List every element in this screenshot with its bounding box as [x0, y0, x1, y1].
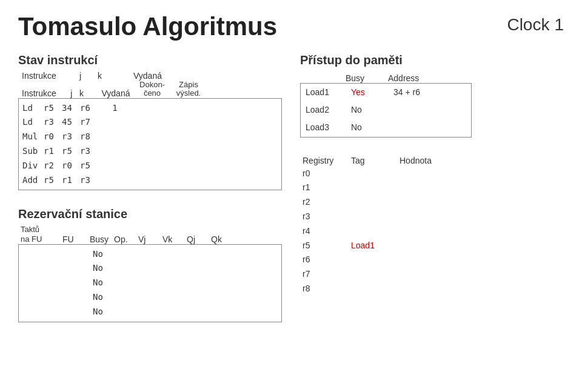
- instrukce-row: Ld r5 34 r6 1: [22, 101, 278, 116]
- pristup-label: Load1: [306, 85, 351, 100]
- rezerv-h-qj: Qj: [187, 234, 211, 244]
- reg-name: r8: [303, 282, 351, 296]
- reg-tag: Load1: [351, 239, 400, 253]
- reg-name: r6: [303, 253, 351, 267]
- instrukce-row: Ld r3 45 r7: [22, 115, 278, 130]
- rezerv-row: No: [24, 290, 276, 305]
- registry-row: r5 Load1: [300, 239, 564, 253]
- registry-row: r2: [300, 195, 564, 210]
- reg-tag: [351, 210, 400, 224]
- reg-tag: [351, 181, 400, 195]
- instr-header-vydana: Vydaná: [98, 88, 134, 98]
- instr-k: r0: [62, 159, 80, 173]
- instr-j: r1: [44, 144, 62, 159]
- stav-title: Stav instrukcí: [18, 53, 282, 67]
- instrukce-row: Mul r0 r3 r8: [22, 130, 278, 144]
- instr-l: r3: [80, 144, 98, 159]
- rezerv-fu-header: FU: [62, 234, 90, 244]
- instr-op: Ld: [22, 115, 44, 130]
- rezerv-h-op: Op.: [114, 234, 138, 244]
- instr-k: 45: [62, 115, 80, 130]
- pristup-row: Load3 No: [301, 119, 471, 136]
- rezerv-row: No: [24, 261, 276, 276]
- instr-k: r5: [62, 144, 80, 159]
- registry-row: r4: [300, 224, 564, 239]
- instr-l: r6: [80, 101, 98, 116]
- main-layout: Stav instrukcí Instrukce j k Vydaná Inst…: [18, 53, 564, 322]
- instr-k: 34: [62, 101, 80, 116]
- registry-box: r0 r1 r2 r3 r4 r5 Load1 r6 r7 r8: [300, 167, 564, 296]
- pristup-busy: No: [351, 120, 393, 135]
- registry-row: r3: [300, 210, 564, 224]
- instrukce-row: Sub r1 r5 r3: [22, 144, 278, 159]
- reg-h-hodnota: Hodnota: [400, 156, 460, 165]
- instr-l: r8: [80, 130, 98, 144]
- instr-j: r5: [44, 101, 62, 116]
- instr-h-j: j: [79, 71, 98, 81]
- top-bar: Tomasulo Algoritmus Clock 1: [18, 12, 564, 47]
- instr-header-zapis: Zápisvýsled.: [170, 81, 207, 98]
- registry-row: r6: [300, 253, 564, 267]
- instrukce-row: Add r5 r1 r3: [22, 173, 278, 188]
- clock-area: Clock 1: [507, 15, 564, 35]
- rezerv-title: Rezervační stanice: [18, 207, 282, 221]
- reg-name: r7: [303, 267, 351, 282]
- instr-h-vydana: Vydaná: [131, 71, 164, 81]
- instr-k: r3: [62, 130, 80, 144]
- instr-j: r3: [44, 115, 62, 130]
- instr-j: r5: [44, 173, 62, 188]
- instr-l: r5: [80, 159, 98, 173]
- reg-name: r0: [303, 167, 351, 181]
- pristup-title: Přístup do paměti: [300, 53, 564, 67]
- instrukce-row: Div r2 r0 r5: [22, 159, 278, 173]
- registry-row: r7: [300, 267, 564, 282]
- instr-op: Mul: [22, 130, 44, 144]
- pristup-address: 34 + r6: [393, 85, 466, 100]
- pristup-busy: No: [351, 102, 393, 118]
- left-section: Stav instrukcí Instrukce j k Vydaná Inst…: [18, 53, 282, 322]
- instr-l: r3: [80, 173, 98, 188]
- instr-k: r1: [62, 173, 80, 188]
- rezerv-h-vk: Vk: [162, 234, 187, 244]
- instr-op: Ld: [22, 101, 44, 116]
- pristup-label: Load3: [306, 120, 351, 135]
- reg-h-tag: Tag: [351, 156, 400, 165]
- registry-row: r0: [300, 167, 564, 181]
- reg-name: r1: [303, 181, 351, 195]
- instr-h-k: k: [98, 71, 131, 81]
- page-title: Tomasulo Algoritmus: [18, 12, 277, 41]
- rezerv-row: No: [24, 247, 276, 262]
- pristup-label: Load2: [306, 102, 351, 118]
- pristup-busy: Yes: [351, 85, 393, 100]
- rezerv-h-qk: Qk: [211, 234, 235, 244]
- pristup-h-busy: Busy: [346, 73, 388, 83]
- reg-name: r4: [303, 224, 351, 239]
- clock-value: 1: [554, 15, 564, 35]
- instr-j: r0: [44, 130, 62, 144]
- reg-tag: [351, 267, 400, 282]
- registry-row: r1: [300, 181, 564, 195]
- instr-header-instrukce: Instrukce j k: [22, 88, 98, 98]
- rezerv-busy: No: [93, 276, 117, 290]
- reg-name: r2: [303, 195, 351, 210]
- taktu-label1: Taktů: [21, 225, 39, 234]
- reg-tag: [351, 195, 400, 210]
- pristup-box: Load1 Yes 34 + r6 Load2 No Load3 No: [300, 83, 472, 138]
- rezerv-busy: No: [93, 290, 117, 305]
- reg-hodnota: [400, 210, 460, 224]
- reg-hodnota: [400, 253, 460, 267]
- reg-tag: [351, 282, 400, 296]
- pristup-row: Load1 Yes 34 + r6: [301, 84, 471, 101]
- instr-op: Sub: [22, 144, 44, 159]
- registry-section: Registry Tag Hodnota r0 r1 r2 r3 r4 r5 L…: [300, 156, 564, 296]
- instr-h-instrukce: Instrukce: [22, 71, 79, 81]
- instrukce-box: Ld r5 34 r6 1 Ld r3 45 r7 Mul r0 r3 r8 S…: [18, 98, 282, 191]
- instr-l: r7: [80, 115, 98, 130]
- rezerv-busy: No: [93, 305, 117, 319]
- instrukce-wrap: Instrukce j k Vydaná Instrukce j k Vydan…: [18, 71, 282, 190]
- reg-name: r3: [303, 210, 351, 224]
- reg-hodnota: [400, 267, 460, 282]
- pristup-row: Load2 No: [301, 101, 471, 119]
- reg-hodnota: [400, 181, 460, 195]
- reg-tag: [351, 253, 400, 267]
